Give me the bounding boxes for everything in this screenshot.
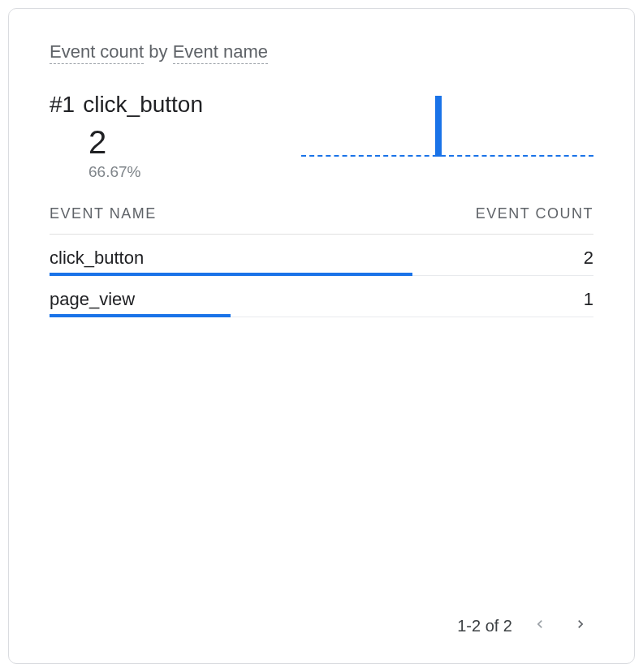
chevron-right-icon — [572, 616, 589, 636]
pager-prev-button[interactable] — [527, 613, 553, 639]
metric-selector[interactable]: Event count — [50, 41, 144, 64]
table-row[interactable]: page_view1 — [50, 276, 593, 317]
row-event-name: page_view — [50, 289, 135, 310]
event-count-card: Event count by Event name #1click_button… — [8, 8, 635, 664]
row-bar — [50, 314, 231, 317]
dimension-selector[interactable]: Event name — [173, 41, 268, 64]
pager: 1-2 of 2 — [50, 597, 593, 639]
top-item-name: click_button — [83, 92, 203, 117]
pager-next-button[interactable] — [567, 613, 593, 639]
row-event-name: click_button — [50, 248, 144, 269]
sparkline-chart — [301, 92, 593, 157]
table-header: EVENT NAME EVENT COUNT — [50, 205, 593, 235]
sparkline-wrap — [203, 92, 593, 160]
card-title: Event count by Event name — [50, 41, 593, 62]
top-item-rank: #1 — [50, 92, 75, 117]
sparkline-baseline — [301, 155, 593, 157]
top-item-rank-line: #1click_button — [50, 92, 203, 118]
table-body: click_button2page_view1 — [50, 235, 593, 317]
top-item-value: 2 — [88, 124, 203, 160]
row-event-count: 1 — [584, 289, 593, 310]
pager-label: 1-2 of 2 — [457, 617, 512, 635]
summary-row: #1click_button 2 66.67% — [50, 92, 593, 181]
top-item-percent: 66.67% — [88, 163, 203, 181]
col-event-count: EVENT COUNT — [476, 205, 593, 222]
sparkline-bar — [435, 96, 442, 157]
chevron-left-icon — [532, 616, 548, 636]
row-event-count: 2 — [584, 248, 593, 269]
title-by: by — [144, 41, 172, 62]
table-row[interactable]: click_button2 — [50, 235, 593, 276]
col-event-name: EVENT NAME — [50, 205, 157, 222]
summary-left: #1click_button 2 66.67% — [50, 92, 203, 181]
